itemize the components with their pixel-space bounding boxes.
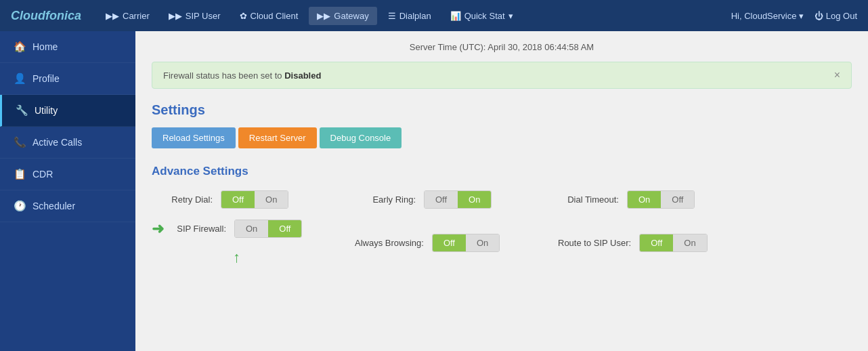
user-chevron: ▾ (799, 11, 804, 21)
always-browsing-setting: Always Browsing: Off On (355, 234, 517, 252)
early-ring-toggle: Off On (424, 190, 492, 209)
nav-carrier[interactable]: ▶▶ Carrier (97, 7, 158, 25)
alert-close-button[interactable]: × (834, 69, 840, 81)
alert-prefix: Firewall status has been set to (163, 70, 284, 81)
settings-row-1: Retry Dial: Off On Early Ring: Off On (152, 190, 852, 209)
sip-firewall-on-button[interactable]: On (235, 220, 268, 237)
retry-dial-label: Retry Dial: (152, 194, 213, 205)
retry-dial-setting: Retry Dial: Off On (152, 190, 314, 209)
nav-quick-stat[interactable]: 📊 Quick Stat ▾ (442, 7, 521, 25)
cloud-client-icon: ✿ (240, 11, 247, 21)
sidebar-profile-label: Profile (32, 73, 60, 84)
gateway-icon: ▶▶ (317, 11, 330, 21)
utility-icon: 🔧 (16, 104, 28, 117)
route-to-sip-user-toggle: Off On (639, 234, 707, 252)
layout: 🏠 Home 👤 Profile 🔧 Utility 📞 Active Call… (0, 31, 868, 351)
cloud-client-label: Cloud Client (251, 11, 299, 21)
always-browsing-off-button[interactable]: Off (433, 234, 466, 251)
profile-icon: 👤 (14, 73, 26, 85)
route-to-sip-user-label: Route to SIP User: (558, 238, 631, 248)
alert-text: Firewall status has been set to Disabled (163, 70, 321, 81)
settings-grid: Retry Dial: Off On Early Ring: Off On (152, 190, 852, 266)
server-time: Server Time (UTC): April 30, 2018 06:44:… (152, 42, 852, 52)
reload-settings-button[interactable]: Reload Settings (152, 127, 236, 148)
dial-timeout-on-button[interactable]: On (628, 191, 661, 208)
debug-console-button[interactable]: Debug Console (320, 127, 402, 148)
sidebar-item-cdr[interactable]: 📋 CDR (0, 159, 135, 190)
settings-title: Settings (152, 102, 852, 118)
sip-firewall-arrow-up: ↑ (233, 249, 240, 266)
always-browsing-label: Always Browsing: (355, 238, 424, 248)
sip-firewall-arrow-right: ➜ (152, 220, 164, 238)
sip-firewall-off-button[interactable]: Off (268, 220, 301, 237)
early-ring-off-button[interactable]: Off (425, 191, 458, 208)
retry-dial-toggle: Off On (221, 190, 288, 209)
carrier-icon: ▶▶ (106, 11, 119, 21)
nav-cloud-client[interactable]: ✿ Cloud Client (232, 7, 307, 25)
dial-timeout-setting: Dial Timeout: On Off (558, 190, 720, 209)
top-nav: Cloudfonica ▶▶ Carrier ▶▶ SIP User ✿ Clo… (0, 0, 868, 31)
user-menu[interactable]: Hi, CloudService ▾ (731, 11, 804, 21)
dialplan-label: Dialplan (399, 11, 431, 21)
scheduler-icon: 🕐 (14, 200, 26, 212)
sidebar-active-calls-label: Active Calls (32, 137, 82, 148)
retry-dial-on-button[interactable]: On (255, 191, 288, 208)
firewall-alert: Firewall status has been set to Disabled… (152, 62, 852, 89)
action-buttons: Reload Settings Restart Server Debug Con… (152, 127, 852, 148)
always-browsing-toggle: Off On (432, 234, 500, 252)
active-calls-icon: 📞 (14, 136, 26, 148)
dial-timeout-toggle: On Off (627, 190, 695, 209)
cdr-icon: 📋 (14, 168, 26, 180)
nav-gateway[interactable]: ▶▶ Gateway (309, 7, 376, 25)
dial-timeout-label: Dial Timeout: (558, 194, 619, 205)
retry-dial-off-button[interactable]: Off (221, 191, 255, 208)
sip-firewall-toggle: On Off (234, 220, 302, 238)
early-ring-label: Early Ring: (355, 194, 416, 205)
nav-sip-user[interactable]: ▶▶ SIP User (160, 7, 229, 25)
nav-items: ▶▶ Carrier ▶▶ SIP User ✿ Cloud Client ▶▶… (97, 7, 731, 25)
always-browsing-on-button[interactable]: On (466, 234, 499, 251)
sidebar-item-scheduler[interactable]: 🕐 Scheduler (0, 190, 135, 222)
nav-dialplan[interactable]: ☰ Dialplan (380, 7, 439, 25)
advance-settings-title: Advance Settings (152, 165, 852, 178)
logo-text: Cloudfonica (11, 9, 81, 22)
sidebar-item-profile[interactable]: 👤 Profile (0, 63, 135, 95)
dial-timeout-off-button[interactable]: Off (661, 191, 694, 208)
sidebar-item-active-calls[interactable]: 📞 Active Calls (0, 127, 135, 159)
sidebar-item-utility[interactable]: 🔧 Utility (0, 95, 135, 127)
main-content: Server Time (UTC): April 30, 2018 06:44:… (135, 31, 868, 351)
sidebar-item-home[interactable]: 🏠 Home (0, 31, 135, 63)
route-to-sip-user-off-button[interactable]: Off (640, 234, 673, 251)
early-ring-on-button[interactable]: On (458, 191, 491, 208)
sidebar-utility-label: Utility (35, 105, 58, 116)
sip-firewall-setting: ➜ SIP Firewall: On Off ↑ (152, 220, 314, 266)
home-icon: 🏠 (14, 41, 26, 53)
quick-stat-icon: 📊 (450, 11, 461, 21)
settings-row-2: ➜ SIP Firewall: On Off ↑ Always Browsing… (152, 220, 852, 266)
logout-button[interactable]: ⏻ Log Out (815, 11, 857, 21)
route-to-sip-user-setting: Route to SIP User: Off On (558, 234, 720, 252)
sidebar: 🏠 Home 👤 Profile 🔧 Utility 📞 Active Call… (0, 31, 135, 351)
logo: Cloudfonica (11, 9, 81, 23)
early-ring-setting: Early Ring: Off On (355, 190, 517, 209)
carrier-label: Carrier (123, 11, 150, 21)
sip-firewall-label: SIP Firewall: (172, 224, 226, 234)
logout-label: Log Out (826, 11, 857, 21)
gateway-label: Gateway (334, 11, 368, 21)
quick-stat-label: Quick Stat (464, 11, 505, 21)
dialplan-icon: ☰ (388, 11, 396, 21)
sidebar-cdr-label: CDR (32, 169, 53, 180)
nav-right: Hi, CloudService ▾ ⏻ Log Out (731, 11, 857, 21)
sip-user-icon: ▶▶ (169, 11, 182, 21)
quick-stat-chevron: ▾ (508, 11, 513, 21)
alert-status: Disabled (284, 70, 321, 81)
route-to-sip-user-on-button[interactable]: On (673, 234, 706, 251)
sidebar-scheduler-label: Scheduler (32, 201, 75, 211)
sidebar-home-label: Home (32, 41, 58, 52)
logout-icon: ⏻ (815, 11, 826, 21)
user-label: Hi, CloudService (731, 11, 797, 21)
sip-user-label: SIP User (186, 11, 221, 21)
restart-server-button[interactable]: Restart Server (238, 127, 317, 148)
